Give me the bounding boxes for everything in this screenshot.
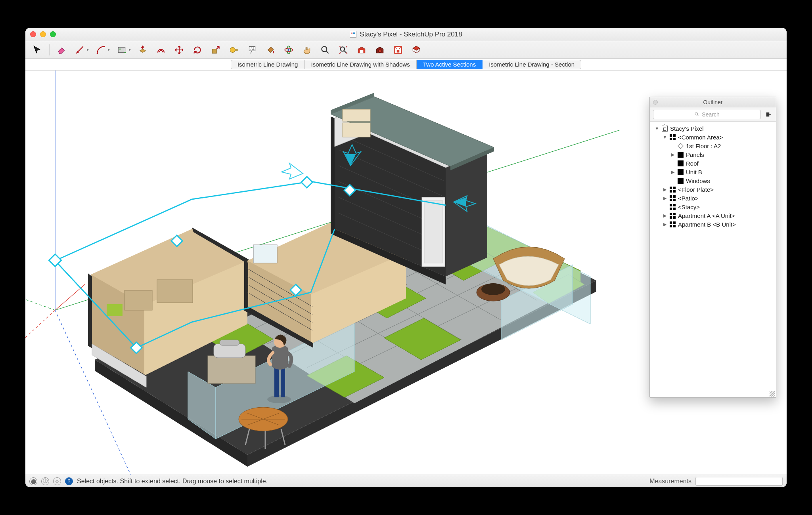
select-tool[interactable]: [29, 43, 45, 57]
outliner-panel[interactable]: Outliner Search ▼Stacy's Pixel▼<Common A…: [649, 97, 776, 398]
orbit-tool[interactable]: [281, 43, 297, 57]
measurements-input[interactable]: [695, 477, 783, 486]
disclosure-arrow-icon[interactable]: ▼: [663, 135, 667, 139]
dropdown-icon[interactable]: ▾: [129, 48, 131, 52]
disclosure-arrow-icon[interactable]: ▶: [663, 196, 667, 201]
ext-manager-button[interactable]: [408, 43, 424, 57]
credits-icon[interactable]: ⓘ: [41, 477, 49, 485]
svg-rect-75: [107, 304, 123, 316]
svg-rect-57: [208, 356, 255, 383]
svg-rect-129: [670, 213, 672, 215]
scene-tab[interactable]: Isometric Line Drawing - Section: [483, 60, 581, 69]
text-tool[interactable]: A1: [244, 43, 260, 57]
outliner-node[interactable]: ▶<Floor Plate>: [651, 185, 774, 194]
disclosure-arrow-icon[interactable]: ▶: [670, 170, 675, 175]
scene-tab[interactable]: Two Active Sections: [417, 60, 483, 69]
outliner-node[interactable]: ▶<Stacy>: [651, 202, 774, 211]
zoom-button[interactable]: [50, 31, 56, 37]
disclosure-arrow-icon[interactable]: ▼: [655, 126, 659, 131]
svg-rect-132: [673, 216, 676, 219]
pan-tool[interactable]: [299, 43, 315, 57]
node-label: 1st Floor : A2: [686, 143, 721, 149]
search-input[interactable]: Search: [653, 110, 761, 119]
minimize-button[interactable]: [40, 31, 46, 37]
viewport[interactable]: Outliner Search ▼Stacy's Pixel▼<Common A…: [25, 71, 787, 475]
pushpull-tool[interactable]: [135, 43, 151, 57]
document-icon[interactable]: [350, 31, 356, 38]
disclosure-arrow-icon[interactable]: ▶: [663, 213, 667, 218]
outliner-node[interactable]: ▶<Patio>: [651, 194, 774, 202]
tab-label: Isometric Line Drawing with Shadows: [311, 61, 410, 68]
move-tool[interactable]: [171, 43, 187, 57]
disclosure-arrow-icon[interactable]: ▶: [670, 152, 675, 157]
svg-rect-74: [157, 280, 193, 303]
dropdown-icon[interactable]: ▾: [87, 48, 89, 52]
user-icon[interactable]: ☺: [53, 477, 61, 485]
outliner-node[interactable]: ▶1st Floor : A2: [651, 141, 774, 150]
disclosure-arrow-icon[interactable]: ▶: [663, 222, 667, 227]
svg-rect-17: [397, 50, 400, 53]
outliner-node[interactable]: ▶Apartment B <B Unit>: [651, 220, 774, 229]
close-button[interactable]: [30, 31, 36, 37]
zoom-tool[interactable]: [317, 43, 333, 57]
outliner-node[interactable]: ▶Panels: [651, 150, 774, 159]
svg-rect-136: [673, 225, 676, 227]
node-label: Apartment A <A Unit>: [678, 212, 735, 219]
warehouse3d-button[interactable]: [354, 43, 370, 57]
arc-tool[interactable]: [93, 43, 109, 57]
scene-tab[interactable]: Isometric Line Drawing with Shadows: [304, 60, 416, 69]
node-label: <Floor Plate>: [678, 186, 714, 193]
shape-tool[interactable]: [114, 43, 130, 57]
svg-rect-114: [673, 134, 676, 137]
panel-header[interactable]: Outliner: [650, 97, 776, 107]
svg-rect-126: [673, 204, 676, 206]
eraser-tool[interactable]: [54, 43, 69, 57]
zoom-extents-tool[interactable]: [335, 43, 351, 57]
group-icon: [678, 169, 684, 175]
panel-searchbar: Search: [650, 107, 776, 122]
paint-tool[interactable]: [262, 43, 278, 57]
svg-rect-66: [281, 366, 285, 397]
svg-point-4: [124, 52, 126, 53]
outliner-node[interactable]: ▶Windows: [651, 176, 774, 185]
geolocation-icon[interactable]: ⬤: [29, 477, 37, 485]
node-label: <Stacy>: [678, 204, 700, 210]
scale-tool[interactable]: [208, 43, 224, 57]
window-controls: [30, 31, 56, 37]
comp-icon: [670, 213, 676, 219]
dropdown-icon[interactable]: ▾: [108, 48, 110, 52]
scene-tab[interactable]: Isometric Line Drawing: [231, 60, 305, 69]
line-tool[interactable]: [72, 43, 88, 57]
svg-rect-122: [673, 195, 676, 198]
rotate-tool[interactable]: [190, 43, 205, 57]
svg-line-21: [25, 292, 55, 310]
toolbar-separator: [49, 44, 50, 55]
outliner-node[interactable]: ▶Roof: [651, 159, 774, 168]
node-label: <Patio>: [678, 195, 699, 202]
app-window: Stacy's Pixel - SketchUp Pro 2018 ▾ ▾ ▾ …: [25, 28, 787, 487]
ext-warehouse-button[interactable]: [372, 43, 388, 57]
svg-rect-2: [118, 47, 125, 52]
resize-grip-icon[interactable]: [770, 391, 775, 397]
outliner-node[interactable]: ▼<Common Area>: [651, 133, 774, 141]
outliner-node[interactable]: ▼Stacy's Pixel: [651, 124, 774, 133]
details-button[interactable]: [764, 110, 773, 119]
svg-rect-134: [673, 221, 676, 224]
node-label: Panels: [686, 151, 704, 158]
svg-rect-135: [670, 225, 672, 227]
svg-text:A1: A1: [251, 47, 255, 51]
outliner-node[interactable]: ▶Unit B: [651, 168, 774, 176]
offset-tool[interactable]: [153, 43, 169, 57]
node-label: Stacy's Pixel: [670, 125, 704, 132]
outliner-node[interactable]: ▶Apartment A <A Unit>: [651, 211, 774, 220]
svg-rect-120: [673, 190, 676, 193]
search-icon: [694, 112, 699, 117]
svg-rect-119: [670, 190, 672, 193]
tape-tool[interactable]: [226, 43, 242, 57]
svg-rect-113: [670, 134, 672, 137]
help-icon[interactable]: ?: [65, 477, 73, 485]
outliner-tree[interactable]: ▼Stacy's Pixel▼<Common Area>▶1st Floor :…: [650, 122, 776, 397]
panel-close-button[interactable]: [653, 100, 658, 105]
disclosure-arrow-icon[interactable]: ▶: [663, 187, 667, 192]
layout-button[interactable]: [390, 43, 406, 57]
